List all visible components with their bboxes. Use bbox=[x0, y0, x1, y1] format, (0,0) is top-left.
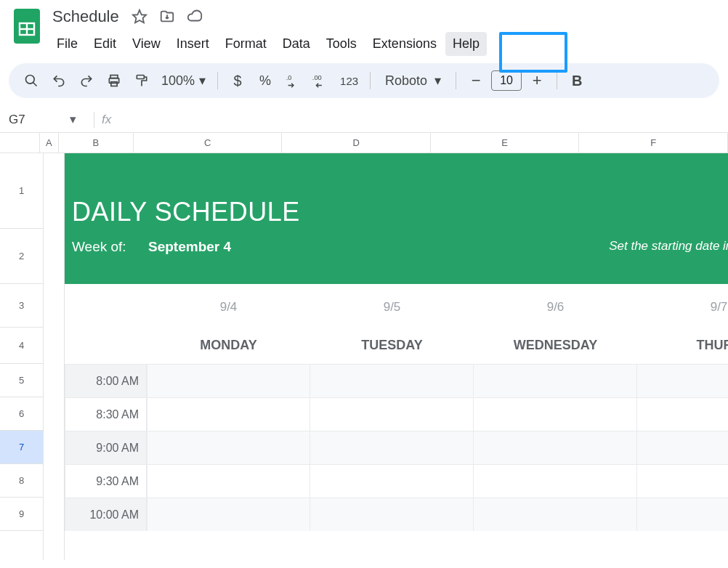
row-header-2[interactable]: 2 bbox=[0, 229, 43, 284]
font-family-dropdown[interactable]: Roboto ▾ bbox=[378, 73, 448, 89]
slot-cell[interactable] bbox=[637, 397, 728, 431]
move-icon[interactable] bbox=[157, 7, 177, 27]
slot-cell[interactable] bbox=[637, 364, 728, 397]
column-header-B[interactable]: B bbox=[59, 133, 134, 153]
font-name: Roboto bbox=[385, 73, 427, 89]
sheet-body[interactable]: DAILY SCHEDULE Week of: September 4 Set … bbox=[44, 153, 728, 560]
slot-cell[interactable] bbox=[147, 364, 310, 397]
slot-column bbox=[637, 364, 728, 531]
slot-cell[interactable] bbox=[637, 464, 728, 498]
menu-data[interactable]: Data bbox=[275, 32, 318, 56]
menu-edit[interactable]: Edit bbox=[86, 32, 124, 56]
print-icon[interactable] bbox=[102, 68, 126, 93]
slot-cell[interactable] bbox=[147, 498, 310, 531]
slot-cell[interactable] bbox=[474, 464, 637, 498]
header-bar: Schedule FileEditViewInsertFormatDataToo… bbox=[0, 0, 728, 56]
day-name: THURS bbox=[637, 338, 728, 353]
separator bbox=[456, 72, 456, 89]
separator bbox=[217, 72, 218, 89]
row-header-5[interactable]: 5 bbox=[0, 364, 43, 397]
increase-decimal-icon[interactable]: .00 bbox=[308, 68, 333, 93]
undo-icon[interactable] bbox=[46, 68, 71, 93]
slot-cell[interactable] bbox=[310, 464, 474, 498]
column-header-F[interactable]: F bbox=[579, 133, 728, 153]
day-date: 9/7 bbox=[637, 300, 728, 315]
slot-cell[interactable] bbox=[310, 431, 474, 464]
svg-rect-10 bbox=[137, 76, 144, 79]
star-icon[interactable] bbox=[129, 7, 150, 27]
svg-line-6 bbox=[33, 83, 37, 86]
row-header-6[interactable]: 6 bbox=[0, 397, 43, 431]
slot-column bbox=[310, 364, 474, 531]
time-cell[interactable]: 10:00 AM bbox=[65, 498, 147, 531]
menu-file[interactable]: File bbox=[49, 32, 85, 56]
name-box[interactable]: G7 ▾ bbox=[6, 112, 82, 127]
banner-title: DAILY SCHEDULE bbox=[72, 197, 300, 227]
time-cell[interactable]: 9:30 AM bbox=[65, 464, 147, 498]
svg-marker-4 bbox=[133, 10, 146, 23]
slot-cell[interactable] bbox=[637, 498, 728, 531]
slot-cell[interactable] bbox=[474, 397, 637, 431]
menu-help[interactable]: Help bbox=[445, 32, 487, 56]
slot-cell[interactable] bbox=[147, 397, 310, 431]
column-header-C[interactable]: C bbox=[134, 133, 283, 153]
row-header-7[interactable]: 7 bbox=[0, 431, 43, 464]
time-column: 8:00 AM8:30 AM9:00 AM9:30 AM10:00 AM bbox=[65, 364, 147, 531]
slot-cell[interactable] bbox=[310, 397, 474, 431]
paint-format-icon[interactable] bbox=[129, 68, 154, 93]
bold-button[interactable]: B bbox=[565, 68, 589, 93]
row-header-9[interactable]: 9 bbox=[0, 498, 43, 531]
slot-column bbox=[147, 364, 310, 531]
decrease-decimal-icon[interactable]: .0 bbox=[280, 68, 305, 93]
column-header-D[interactable]: D bbox=[282, 133, 431, 153]
menu-tools[interactable]: Tools bbox=[319, 32, 364, 56]
time-cell[interactable]: 8:00 AM bbox=[65, 364, 147, 397]
separator bbox=[370, 72, 371, 89]
row-header-8[interactable]: 8 bbox=[0, 464, 43, 498]
banner-weekof-label: Week of: bbox=[72, 239, 126, 255]
increase-font-icon[interactable]: + bbox=[525, 68, 549, 93]
banner-weekof-value: September 4 bbox=[148, 239, 231, 255]
column-headers: ABCDEF bbox=[0, 133, 728, 153]
font-size-input[interactable]: 10 bbox=[491, 70, 522, 91]
cloud-status-icon[interactable] bbox=[185, 7, 205, 27]
row-header-4[interactable]: 4 bbox=[0, 328, 43, 364]
menu-insert[interactable]: Insert bbox=[169, 32, 217, 56]
slot-cell[interactable] bbox=[474, 364, 637, 397]
select-all-corner[interactable] bbox=[0, 133, 40, 153]
slot-cell[interactable] bbox=[474, 498, 637, 531]
slot-cell[interactable] bbox=[637, 431, 728, 464]
percent-icon[interactable]: % bbox=[253, 68, 278, 93]
fx-label: fx bbox=[102, 113, 111, 127]
column-header-A[interactable]: A bbox=[40, 133, 59, 153]
decrease-font-icon[interactable]: − bbox=[464, 68, 488, 93]
row-header-1[interactable]: 1 bbox=[0, 153, 43, 229]
menu-format[interactable]: Format bbox=[218, 32, 274, 56]
toolbar: 100% ▾ $ % .0 .00 123 Roboto ▾ − 10 + B bbox=[9, 63, 719, 98]
time-cell[interactable]: 8:30 AM bbox=[65, 397, 147, 431]
redo-icon[interactable] bbox=[74, 68, 99, 93]
search-icon[interactable] bbox=[19, 68, 44, 93]
sheets-app-icon[interactable] bbox=[12, 6, 42, 46]
zoom-dropdown[interactable]: 100% ▾ bbox=[157, 73, 210, 89]
menu-extensions[interactable]: Extensions bbox=[365, 32, 444, 56]
svg-point-5 bbox=[26, 76, 35, 84]
slot-column bbox=[474, 364, 637, 531]
slot-cell[interactable] bbox=[474, 431, 637, 464]
day-date: 9/5 bbox=[310, 300, 474, 315]
document-title[interactable]: Schedule bbox=[49, 6, 122, 28]
row-headers: 123456789 bbox=[0, 153, 44, 560]
slot-cell[interactable] bbox=[147, 431, 310, 464]
slot-cell[interactable] bbox=[310, 498, 474, 531]
formula-bar-row: G7 ▾ fx bbox=[0, 107, 728, 133]
more-formats-icon[interactable]: 123 bbox=[336, 68, 363, 93]
spreadsheet-grid[interactable]: ABCDEF 123456789 DAILY SCHEDULE Week of:… bbox=[0, 133, 728, 560]
time-cell[interactable]: 9:00 AM bbox=[65, 431, 147, 464]
menu-view[interactable]: View bbox=[125, 32, 168, 56]
column-header-E[interactable]: E bbox=[431, 133, 580, 153]
separator bbox=[557, 72, 557, 89]
currency-icon[interactable]: $ bbox=[225, 68, 250, 93]
row-header-3[interactable]: 3 bbox=[0, 284, 43, 328]
slot-cell[interactable] bbox=[147, 464, 310, 498]
slot-cell[interactable] bbox=[310, 364, 474, 397]
